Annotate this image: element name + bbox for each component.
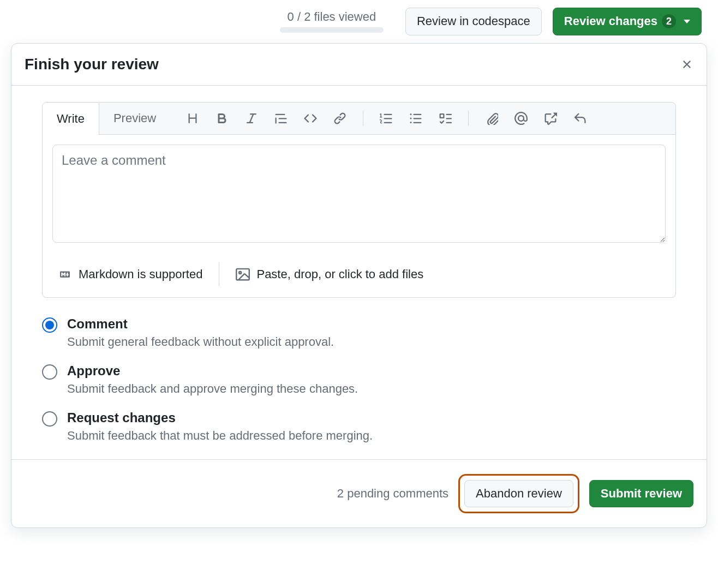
radio-label-comment: Comment — [67, 316, 334, 332]
cross-reference-button[interactable] — [544, 112, 557, 125]
toolbar-separator — [363, 111, 363, 126]
review-in-codespace-label: Review in codespace — [417, 14, 530, 29]
chevron-down-icon — [684, 20, 690, 23]
tab-preview[interactable]: Preview — [99, 103, 171, 134]
italic-icon — [245, 112, 258, 125]
radio-dot-comment — [42, 317, 57, 333]
files-progress-bar[interactable] — [280, 27, 384, 33]
files-viewed-progress: 0 / 2 files viewed — [280, 10, 384, 33]
radio-label-request: Request changes — [67, 410, 373, 425]
close-icon — [680, 58, 693, 71]
pending-comments-label: 2 pending comments — [337, 487, 448, 501]
editor-tabbar: Write Preview — [43, 103, 675, 135]
code-icon — [304, 112, 317, 125]
panel-body: Write Preview — [11, 86, 707, 459]
review-changes-label: Review changes — [564, 14, 657, 29]
tasklist-icon — [439, 112, 452, 125]
reply-icon — [573, 112, 587, 125]
markdown-hint-label: Markdown is supported — [79, 267, 202, 281]
attach-button[interactable] — [485, 112, 498, 125]
bold-icon — [216, 112, 229, 125]
submit-review-label: Submit review — [601, 486, 682, 502]
link-icon — [333, 112, 346, 125]
abandon-review-label: Abandon review — [476, 486, 562, 502]
list-unordered-icon — [409, 112, 422, 125]
highlight-abandon: Abandon review — [458, 474, 579, 514]
markdown-toolbar — [171, 111, 675, 126]
abandon-review-button[interactable]: Abandon review — [464, 480, 573, 508]
footer-separator — [219, 262, 219, 286]
radio-option-approve[interactable]: Approve Submit feedback and approve merg… — [42, 363, 676, 396]
heading-button[interactable] — [186, 112, 199, 125]
code-button[interactable] — [304, 112, 317, 125]
attach-files-link[interactable]: Paste, drop, or click to add files — [236, 267, 423, 281]
panel-footer: 2 pending comments Abandon review Submit… — [11, 459, 707, 528]
radio-option-comment[interactable]: Comment Submit general feedback without … — [42, 316, 676, 349]
panel-header: Finish your review — [11, 44, 707, 86]
bold-button[interactable] — [216, 112, 229, 125]
cross-reference-icon — [544, 112, 557, 125]
link-button[interactable] — [333, 112, 346, 125]
close-button[interactable] — [680, 58, 693, 71]
image-icon — [236, 267, 250, 281]
list-ordered-icon — [380, 112, 393, 125]
attach-hint-label: Paste, drop, or click to add files — [256, 267, 423, 281]
radio-dot-request — [42, 411, 57, 427]
mention-icon — [514, 112, 528, 125]
panel-title: Finish your review — [25, 56, 159, 73]
comment-editor: Write Preview — [42, 102, 676, 298]
textarea-wrap — [43, 135, 675, 255]
mention-button[interactable] — [514, 112, 528, 125]
tab-write[interactable]: Write — [43, 103, 99, 135]
quote-button[interactable] — [274, 112, 288, 125]
review-type-radio-group: Comment Submit general feedback without … — [42, 316, 676, 443]
review-changes-count: 2 — [662, 14, 676, 28]
editor-footer: Markdown is supported Paste, drop, or cl… — [43, 255, 675, 297]
radio-option-request-changes[interactable]: Request changes Submit feedback that mus… — [42, 410, 676, 443]
finish-review-panel: Finish your review Write Preview — [11, 43, 707, 529]
ordered-list-button[interactable] — [380, 112, 393, 125]
review-in-codespace-button[interactable]: Review in codespace — [405, 8, 542, 35]
toolbar-separator — [468, 111, 469, 126]
radio-label-approve: Approve — [67, 363, 358, 379]
submit-review-button[interactable]: Submit review — [589, 480, 693, 508]
reply-button[interactable] — [573, 112, 587, 125]
markdown-supported-link[interactable]: Markdown is supported — [58, 267, 202, 281]
files-viewed-label: 0 / 2 files viewed — [288, 10, 376, 24]
radio-desc-request: Submit feedback that must be addressed b… — [67, 429, 373, 443]
unordered-list-button[interactable] — [409, 112, 422, 125]
heading-icon — [186, 112, 199, 125]
italic-button[interactable] — [245, 112, 258, 125]
review-comment-input[interactable] — [52, 145, 666, 243]
quote-icon — [274, 112, 288, 125]
review-changes-button[interactable]: Review changes 2 — [553, 8, 702, 35]
markdown-icon — [58, 269, 72, 279]
radio-dot-approve — [42, 364, 57, 380]
radio-desc-comment: Submit general feedback without explicit… — [67, 335, 334, 349]
radio-desc-approve: Submit feedback and approve merging thes… — [67, 382, 358, 396]
pr-topbar: 0 / 2 files viewed Review in codespace R… — [0, 0, 718, 43]
tasklist-button[interactable] — [439, 112, 452, 125]
paperclip-icon — [485, 112, 498, 125]
